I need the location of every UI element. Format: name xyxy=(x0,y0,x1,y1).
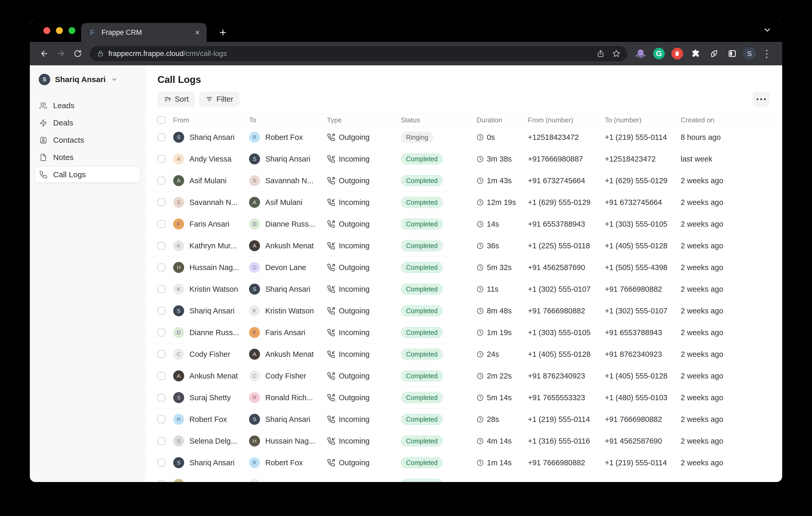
forward-button[interactable] xyxy=(53,46,68,61)
table-row[interactable]: D Dianne Russ... F Faris Ansari Incoming… xyxy=(145,322,782,343)
table-row[interactable]: H Hussain Nag... D Devon Lane Outgoing C… xyxy=(145,257,782,278)
share-icon[interactable] xyxy=(597,50,605,58)
from-avatar: S xyxy=(173,197,184,208)
call-type-label: Outgoing xyxy=(339,372,370,380)
row-checkbox[interactable] xyxy=(157,264,165,271)
row-checkbox[interactable] xyxy=(157,350,165,358)
status-cell: Completed xyxy=(401,240,476,251)
row-checkbox[interactable] xyxy=(157,329,165,336)
row-checkbox[interactable] xyxy=(157,133,165,141)
sidebar-item-deals[interactable]: Deals xyxy=(35,115,140,131)
adblock-extension-icon[interactable] xyxy=(670,47,684,60)
octocat-extension-icon[interactable] xyxy=(634,47,648,60)
reading-mode-icon[interactable] xyxy=(725,47,739,60)
status-badge: Completed xyxy=(401,262,443,273)
row-checkbox[interactable] xyxy=(157,307,165,315)
sidebar-item-call-logs[interactable]: Call Logs xyxy=(35,167,140,182)
call-type-label: Incoming xyxy=(339,198,370,207)
row-checkbox[interactable] xyxy=(157,459,165,466)
from-number: +1 (219) 555-0114 xyxy=(528,415,605,424)
row-checkbox[interactable] xyxy=(157,372,165,380)
grammarly-extension-icon[interactable]: G xyxy=(652,47,666,60)
row-checkbox[interactable] xyxy=(157,394,165,401)
table-row[interactable]: A Asif Mulani S Savannah N... Outgoing C… xyxy=(145,170,782,192)
from-avatar: S xyxy=(173,305,184,316)
row-checkbox[interactable] xyxy=(157,155,165,163)
created-on: 2 weeks ago xyxy=(681,328,772,337)
tab-title: Frappe CRM xyxy=(102,29,190,37)
to-cell: S Shariq Ansari xyxy=(249,284,327,295)
reload-button[interactable] xyxy=(70,46,85,61)
browser-menu-icon[interactable]: ⋮ xyxy=(758,48,775,59)
to-number: +1 (219) 555-0114 xyxy=(605,458,681,467)
status-badge: Completed xyxy=(401,479,443,482)
from-name: Suraj Shetty xyxy=(190,393,231,402)
created-on: 2 weeks ago xyxy=(681,437,772,446)
new-tab-button[interactable]: + xyxy=(216,26,230,39)
incoming-call-icon xyxy=(327,415,335,423)
table-row[interactable]: R Robert Fox S Shariq Ansari Incoming Co… xyxy=(145,408,782,430)
table-row[interactable]: S Shariq Ansari R Robert Fox Outgoing Co… xyxy=(145,452,782,474)
table-row[interactable]: S Selena Delg... H Hussain Nag... Incomi… xyxy=(145,430,782,452)
table-row[interactable]: C Cody Fisher A Ankush Menat Incoming Co… xyxy=(145,343,782,365)
column-header-created-on: Created on xyxy=(681,116,772,124)
clock-icon xyxy=(476,199,484,206)
browser-profile-avatar[interactable]: S xyxy=(743,47,756,60)
row-checkbox[interactable] xyxy=(157,415,165,423)
user-menu[interactable]: S Shariq Ansari xyxy=(35,72,140,87)
filter-button[interactable]: Filter xyxy=(199,91,239,107)
extensions-puzzle-icon[interactable] xyxy=(689,47,703,60)
row-checkbox[interactable] xyxy=(157,199,165,206)
call-type-cell: Incoming xyxy=(327,350,401,359)
from-name: Shariq Ansari xyxy=(190,307,235,315)
sidebar-item-leads[interactable]: Leads xyxy=(35,98,140,114)
address-bar[interactable]: frappecrm.frappe.cloud/crm/call-logs xyxy=(90,46,627,61)
bookmark-star-icon[interactable] xyxy=(612,50,620,58)
table-row[interactable]: A Andy Viessa S Shariq Ansari Incoming C… xyxy=(145,148,782,170)
from-cell: K Kristin Watson xyxy=(173,284,249,295)
table-row[interactable]: S Shariq Ansari R Robert Fox Outgoing Ri… xyxy=(145,126,782,148)
table-row[interactable]: S Shariq Ansari K Kristin Watson Outgoin… xyxy=(145,300,782,322)
table-row[interactable]: S Suraj Shetty R Ronald Rich... Outgoing… xyxy=(145,387,782,408)
incoming-call-icon xyxy=(327,242,335,250)
row-checkbox[interactable] xyxy=(157,177,165,185)
duration-value: 0s xyxy=(487,133,495,142)
clock-icon xyxy=(476,264,484,271)
table-row[interactable]: Completed xyxy=(145,474,782,482)
table-row[interactable]: K Kristin Watson S Shariq Ansari Incomin… xyxy=(145,278,782,300)
from-avatar: K xyxy=(173,240,184,251)
traffic-lights xyxy=(44,27,75,34)
from-number: +1 (629) 555-0129 xyxy=(528,198,605,207)
tab-close-icon[interactable]: × xyxy=(195,28,200,37)
row-checkbox[interactable] xyxy=(157,242,165,250)
energy-saver-leaf-icon[interactable] xyxy=(707,47,721,60)
table-row[interactable]: F Faris Ansari D Dianne Russ... Outgoing… xyxy=(145,213,782,235)
call-type-label: Outgoing xyxy=(339,263,370,272)
sort-button[interactable]: Sort xyxy=(157,91,195,107)
tab-search-chevron-icon[interactable] xyxy=(763,26,772,35)
minimize-window-button[interactable] xyxy=(56,27,63,34)
more-options-button[interactable] xyxy=(752,92,770,107)
zoom-window-button[interactable] xyxy=(68,27,75,34)
table-row[interactable]: A Ankush Menat C Cody Fisher Outgoing Co… xyxy=(145,365,782,387)
back-button[interactable] xyxy=(37,46,52,61)
row-checkbox[interactable] xyxy=(157,481,165,482)
sidebar-item-label: Notes xyxy=(53,153,74,162)
row-checkbox[interactable] xyxy=(157,220,165,228)
call-type-label: Outgoing xyxy=(339,393,370,402)
from-name: Selena Delg... xyxy=(190,437,237,446)
call-type-cell: Incoming xyxy=(327,328,401,337)
close-window-button[interactable] xyxy=(44,27,50,34)
sidebar-item-contacts[interactable]: Contacts xyxy=(35,132,140,148)
table-row[interactable]: S Savannah N... A Asif Mulani Incoming C… xyxy=(145,192,782,213)
sidebar-item-notes[interactable]: Notes xyxy=(35,150,140,165)
column-header-duration: Duration xyxy=(476,116,528,124)
table-row[interactable]: K Kathryn Mur... A Ankush Menat Incoming… xyxy=(145,235,782,257)
row-checkbox[interactable] xyxy=(157,285,165,293)
row-checkbox[interactable] xyxy=(157,437,165,445)
browser-tab[interactable]: F Frappe CRM × xyxy=(81,23,207,42)
to-cell: A Ankush Menat xyxy=(249,349,327,360)
status-badge: Completed xyxy=(401,240,443,251)
call-type-label: Incoming xyxy=(339,350,370,359)
select-all-checkbox[interactable] xyxy=(157,116,165,124)
